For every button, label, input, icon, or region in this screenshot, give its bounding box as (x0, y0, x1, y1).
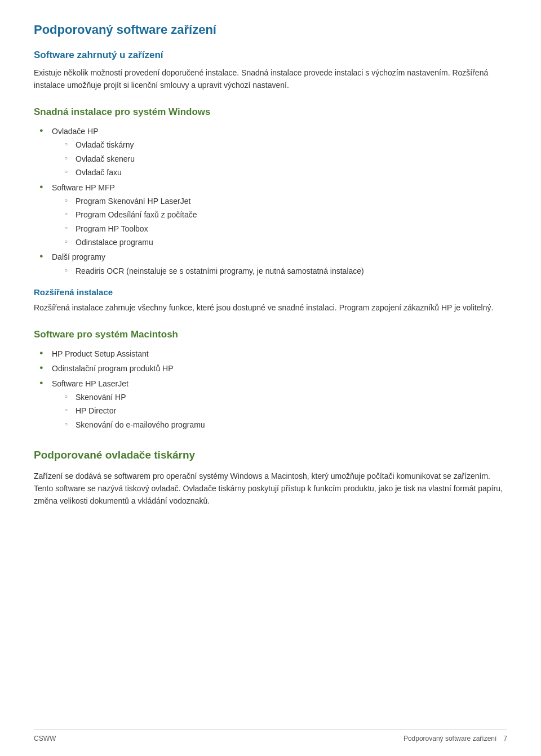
footer-right: Podporovaný software zařízení 7 (403, 735, 507, 742)
list-item-label: Program HP Toolbox (76, 224, 148, 233)
list-item-label: Software HP LaserJet (52, 379, 128, 388)
list-item: HP Product Setup Assistant (39, 348, 507, 360)
list-item-label: Ovladač faxu (76, 168, 122, 177)
page-title: Podporovaný software zařízení (34, 23, 507, 37)
list-item-label: Skenování do e-mailového programu (76, 420, 205, 429)
windows-sublist-2: Program Skenování HP LaserJet Program Od… (64, 195, 507, 249)
ovladace-heading: Podporované ovladače tiskárny (34, 447, 507, 464)
list-item-label: HP Product Setup Assistant (52, 349, 149, 358)
list-item: Ovladače HP Ovladač tiskárny Ovladač ske… (39, 125, 507, 179)
windows-sublist-1: Ovladač tiskárny Ovladač skeneru Ovladač… (64, 139, 507, 179)
rozsirena-para1: Rozšířená instalace zahrnuje všechny fun… (34, 301, 507, 314)
list-item-label: Odinstalační program produktů HP (52, 364, 174, 373)
list-item: Program Skenování HP LaserJet (64, 195, 507, 207)
list-item: Odinstalace programu (64, 236, 507, 248)
list-item: Odinstalační program produktů HP (39, 362, 507, 375)
list-item: Skenování HP (64, 391, 507, 403)
list-item: Ovladač skeneru (64, 153, 507, 165)
page-footer: CSWW Podporovaný software zařízení 7 (34, 730, 507, 742)
list-item-label: Ovladač tiskárny (76, 140, 134, 149)
main-content: Podporovaný software zařízení Software z… (34, 23, 507, 547)
list-item-label: Program Skenování HP LaserJet (76, 197, 190, 206)
rozsirena-heading: Rozšířená instalace (34, 287, 507, 297)
intro-heading: Software zahrnutý u zařízení (34, 50, 507, 61)
footer-left: CSWW (34, 735, 56, 742)
footer-label: Podporovaný software zařízení (403, 735, 496, 742)
windows-list: Ovladače HP Ovladač tiskárny Ovladač ske… (39, 125, 507, 277)
footer-page-number: 7 (503, 735, 507, 742)
list-item-label: Skenování HP (76, 393, 126, 402)
list-item-label: Ovladače HP (52, 127, 98, 136)
list-item: Readiris OCR (neinstaluje se s ostatními… (64, 265, 507, 277)
intro-para1: Existuje několik možností provedení dopo… (34, 66, 507, 92)
list-item-label: Další programy (52, 252, 105, 261)
list-item-label: Readiris OCR (neinstaluje se s ostatními… (76, 266, 364, 275)
list-item-label: Program Odesílání faxů z počítače (76, 210, 197, 219)
list-item-label: Odinstalace programu (76, 238, 153, 247)
macintosh-list: HP Product Setup Assistant Odinstalační … (39, 348, 507, 431)
list-item: Další programy Readiris OCR (neinstaluje… (39, 251, 507, 277)
list-item: Program Odesílání faxů z počítače (64, 208, 507, 221)
list-item: Software HP MFP Program Skenování HP Las… (39, 181, 507, 249)
ovladace-para1: Zařízení se dodává se softwarem pro oper… (34, 470, 507, 508)
list-item-label: Ovladač skeneru (76, 154, 135, 163)
list-item-label: Software HP MFP (52, 183, 115, 192)
list-item: Program HP Toolbox (64, 223, 507, 235)
list-item-label: HP Director (76, 406, 116, 415)
windows-sublist-3: Readiris OCR (neinstaluje se s ostatními… (64, 265, 507, 277)
list-item: Skenování do e-mailového programu (64, 419, 507, 431)
list-item: HP Director (64, 404, 507, 417)
macintosh-sublist: Skenování HP HP Director Skenování do e-… (64, 391, 507, 431)
list-item: Software HP LaserJet Skenování HP HP Dir… (39, 377, 507, 432)
windows-heading: Snadná instalace pro systém Windows (34, 104, 507, 119)
list-item: Ovladač tiskárny (64, 139, 507, 151)
list-item: Ovladač faxu (64, 166, 507, 179)
macintosh-heading: Software pro systém Macintosh (34, 327, 507, 342)
